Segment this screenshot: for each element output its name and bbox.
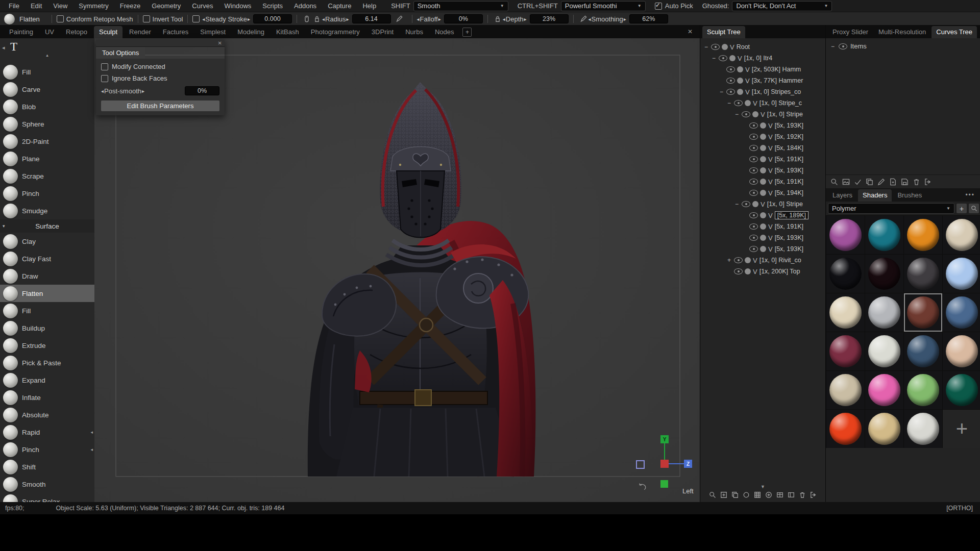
- ghosted-mode-select[interactable]: Don't Pick, Don't Act▼: [732, 1, 832, 11]
- spin-right-icon[interactable]: ▸: [248, 16, 250, 22]
- shader-swatch[interactable]: [865, 371, 903, 409]
- spin-left-icon[interactable]: ◂: [101, 88, 104, 94]
- panel-icon[interactable]: [786, 490, 796, 500]
- layer-sphere-icon[interactable]: [760, 190, 766, 196]
- eye-icon[interactable]: [726, 89, 735, 95]
- spin-left-icon[interactable]: ◂: [322, 16, 325, 22]
- copy-icon[interactable]: [730, 490, 740, 500]
- shader-swatch[interactable]: [943, 255, 980, 293]
- tree-row[interactable]: −V[1x, 0] Stripes_co: [700, 86, 825, 97]
- smoothing-spinner[interactable]: ◂Smoothing▸: [589, 15, 626, 23]
- spin-right-icon[interactable]: ▸: [347, 16, 349, 22]
- sidebar-item-pinch[interactable]: Pinch: [0, 185, 94, 202]
- shader-swatch[interactable]: [904, 216, 942, 254]
- depth-value[interactable]: 23%: [530, 14, 569, 23]
- eye-icon[interactable]: [726, 66, 735, 72]
- tab-kitbash[interactable]: KitBash: [271, 26, 304, 38]
- tab-nodes[interactable]: Nodes: [430, 26, 459, 38]
- close-icon[interactable]: ✕: [218, 40, 222, 46]
- layer-sphere-icon[interactable]: [760, 179, 766, 185]
- tab-factures[interactable]: Factures: [158, 26, 194, 38]
- layer-sphere-icon[interactable]: [737, 66, 743, 72]
- eye-icon[interactable]: [734, 257, 743, 263]
- tab-render[interactable]: Render: [124, 26, 156, 38]
- layer-sphere-icon[interactable]: [745, 100, 751, 106]
- shader-material-select[interactable]: Polymer ▼: [828, 203, 954, 214]
- sidebar-item-clay[interactable]: Clay: [0, 233, 94, 250]
- spin-right-icon[interactable]: ▸: [524, 16, 527, 22]
- save-icon[interactable]: [899, 177, 910, 187]
- image-icon[interactable]: [841, 177, 851, 187]
- gizmo-origin[interactable]: [660, 460, 669, 468]
- add-square-icon[interactable]: [719, 490, 729, 500]
- menu-edit[interactable]: Edit: [25, 1, 47, 11]
- sidebar-item-fill[interactable]: Fill: [0, 63, 94, 81]
- shader-swatch[interactable]: [943, 332, 980, 370]
- sidebar-item-inflate[interactable]: Inflate: [0, 389, 94, 406]
- layer-sphere-icon[interactable]: [760, 134, 766, 140]
- spin-right-icon[interactable]: ▸: [624, 16, 626, 22]
- layer-sphere-icon[interactable]: [737, 78, 743, 84]
- shader-swatch[interactable]: [826, 371, 865, 409]
- trash-icon[interactable]: [797, 490, 807, 500]
- spin-right-icon[interactable]: ▸: [438, 16, 441, 22]
- shader-swatch[interactable]: [826, 410, 865, 448]
- eye-icon[interactable]: [839, 43, 847, 49]
- shader-swatch[interactable]: [904, 293, 942, 332]
- spin-left-icon[interactable]: ◂: [202, 16, 205, 22]
- shader-swatch[interactable]: [904, 332, 942, 370]
- add-workspace-tab-button[interactable]: +: [462, 28, 472, 37]
- layer-sphere-icon[interactable]: [729, 55, 736, 61]
- text-tool-icon[interactable]: T: [10, 40, 17, 53]
- radius-value[interactable]: 6.14: [352, 14, 391, 23]
- invert-tool-checkbox[interactable]: [143, 15, 150, 22]
- eye-icon[interactable]: [749, 179, 758, 185]
- tree-toggle-icon[interactable]: −: [726, 99, 732, 107]
- layer-sphere-icon[interactable]: [760, 167, 766, 173]
- eye-icon[interactable]: [711, 44, 720, 50]
- ignore-back-faces-row[interactable]: Ignore Back Faces: [96, 72, 225, 84]
- sidebar-item-rapid[interactable]: Rapid◂: [0, 423, 94, 441]
- shader-swatch[interactable]: [904, 371, 942, 409]
- collapse-panel-icon[interactable]: ◂: [2, 44, 5, 51]
- tree-toggle-icon[interactable]: −: [734, 201, 740, 208]
- tab-sculpt[interactable]: Sculpt: [94, 26, 122, 38]
- tree-row[interactable]: V[5x, 193K]: [700, 243, 825, 255]
- copy-icon[interactable]: [864, 177, 874, 187]
- menu-view[interactable]: View: [47, 1, 73, 11]
- scroll-up-icon[interactable]: ▴: [46, 53, 48, 58]
- tab-nurbs[interactable]: Nurbs: [400, 26, 428, 38]
- shader-swatch[interactable]: [865, 255, 903, 293]
- circle-o-icon[interactable]: [741, 490, 751, 500]
- sidebar-item-extrude[interactable]: Extrude: [0, 337, 94, 354]
- layer-sphere-icon[interactable]: [760, 212, 766, 218]
- tree-row[interactable]: V[2x, 503K] Hamm: [700, 64, 825, 75]
- tree-toggle-icon[interactable]: −: [703, 43, 709, 51]
- tab-retopo[interactable]: Retopo: [61, 26, 92, 38]
- depth-spinner[interactable]: ◂Depth▸: [503, 15, 527, 23]
- section-collapse-icon[interactable]: ▾: [3, 223, 5, 229]
- tree-row[interactable]: −V[1x, 0] Itr4: [700, 53, 825, 64]
- menu-file[interactable]: File: [3, 1, 25, 11]
- shader-swatch[interactable]: [865, 293, 903, 332]
- tree-toggle-icon[interactable]: +: [726, 257, 732, 264]
- tab-simplest[interactable]: Simplest: [195, 26, 231, 38]
- tree-row[interactable]: V[1x, 200K] Top: [700, 266, 825, 277]
- tab-layers[interactable]: Layers: [828, 189, 857, 202]
- layer-sphere-icon[interactable]: [760, 156, 766, 162]
- sidebar-item-super-relax[interactable]: Super Relax: [0, 493, 94, 502]
- tab-curves-tree[interactable]: Curves Tree: [932, 26, 977, 38]
- eye-icon[interactable]: [719, 55, 727, 61]
- more-options-icon[interactable]: •••: [965, 191, 979, 198]
- menu-addons[interactable]: Addons: [288, 1, 322, 11]
- eye-icon[interactable]: [734, 100, 743, 106]
- tree-row[interactable]: V[5x, 193K]: [700, 165, 825, 176]
- layer-sphere-icon[interactable]: [760, 246, 766, 252]
- tool-options-tab[interactable]: Tool Options: [96, 47, 145, 59]
- lock-icon[interactable]: [312, 14, 322, 24]
- tab-sculpt-tree[interactable]: Sculpt Tree: [702, 26, 745, 38]
- layer-sphere-icon[interactable]: [752, 201, 758, 207]
- sidebar-item-plane[interactable]: Plane: [0, 150, 94, 167]
- tree-row[interactable]: −V[1x, 0] Stripe: [700, 198, 825, 210]
- shader-swatch[interactable]: [865, 410, 903, 448]
